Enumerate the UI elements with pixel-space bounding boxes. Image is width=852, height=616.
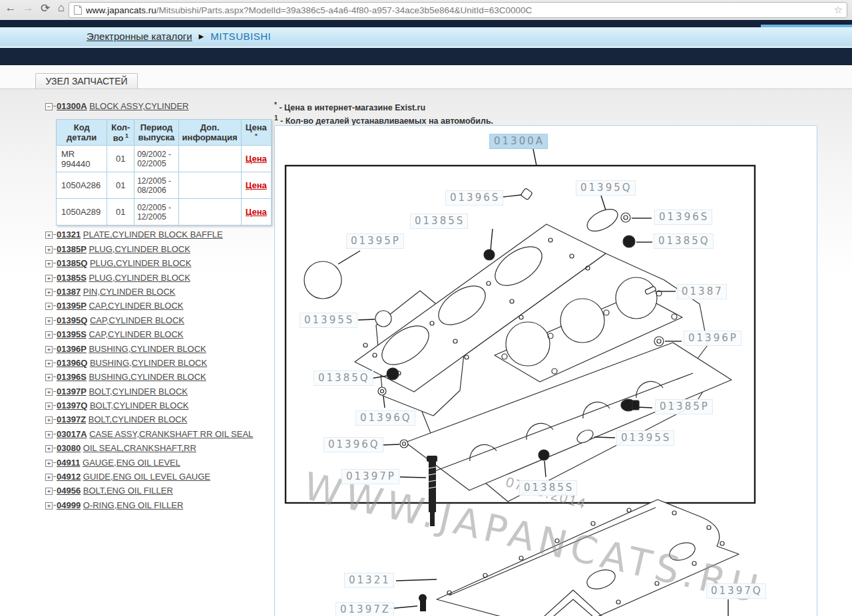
price-link[interactable]: Цена [246, 180, 267, 190]
diagram-label[interactable]: 01321 [344, 573, 394, 588]
diagram-label[interactable]: 01396P [684, 331, 742, 346]
diagram-label[interactable]: 01395S [300, 313, 357, 328]
tree-item-code[interactable]: 03017A [57, 429, 87, 439]
tree-item-name[interactable]: CAP,CYLINDER BLOCK [89, 301, 183, 311]
tree-item-name[interactable]: GAUGE,ENG OIL LEVEL [83, 458, 180, 468]
tree-item-code[interactable]: 01397P [57, 386, 87, 396]
back-button[interactable]: ← [3, 1, 19, 15]
diagram-label[interactable]: 01385Q [314, 371, 373, 386]
address-bar[interactable]: www.japancats.ru/Mitsubishi/Parts.aspx?M… [69, 2, 847, 18]
diagram-label[interactable]: 01395S [616, 430, 674, 446]
expand-icon[interactable]: + [45, 502, 53, 510]
tree-item-name[interactable]: CASE ASSY,CRANKSHAFT RR OIL SEAL [89, 429, 253, 439]
table-row: 1050A2890102/2005 - 12/2005Цена [57, 199, 272, 226]
tree-item-name[interactable]: PLUG,CYLINDER BLOCK [90, 258, 191, 268]
tree-item-name[interactable]: PLUG,CYLINDER BLOCK [89, 244, 190, 254]
tree-item-name[interactable]: PLATE,CYLINDER BLOCK BAFFLE [83, 230, 223, 239]
diagram-label[interactable]: 01385Q [654, 233, 714, 249]
expand-icon[interactable]: + [45, 275, 53, 282]
expand-icon[interactable]: + [45, 260, 53, 267]
refresh-button[interactable]: ⟳ [37, 1, 53, 15]
tree-item-code[interactable]: 01395S [57, 329, 87, 339]
diagram-label[interactable]: 01387 [677, 284, 727, 299]
tree-item-code[interactable]: 01387 [57, 287, 81, 297]
diagram-label-selected[interactable]: 01300A [489, 134, 548, 149]
expand-icon[interactable]: + [45, 331, 53, 339]
tree-node-code[interactable]: 01300A [57, 101, 87, 111]
tree-node-expanded[interactable]: −01300A BLOCK ASSY,CYLINDER [45, 101, 272, 115]
expand-icon[interactable]: + [45, 460, 53, 467]
tree-item-code[interactable]: 04999 [57, 500, 81, 510]
expand-icon[interactable]: + [45, 246, 53, 253]
tree-item-code[interactable]: 01395Q [57, 315, 87, 325]
expand-icon[interactable]: + [45, 360, 53, 367]
tree-item-code[interactable]: 04912 [57, 472, 81, 482]
tree-item-name[interactable]: CAP,CYLINDER BLOCK [90, 315, 184, 325]
expand-icon[interactable]: + [45, 474, 53, 481]
tree-item-name[interactable]: PIN,CYLINDER BLOCK [83, 287, 176, 297]
tree-item-name[interactable]: O-RING,ENG OIL FILLER [83, 500, 184, 510]
bookmark-star-icon[interactable]: ☆ [834, 4, 843, 16]
tree-item-name[interactable]: PLUG,CYLINDER BLOCK [89, 273, 190, 283]
expand-icon[interactable]: + [45, 416, 53, 424]
diagram-label[interactable]: 01385S [519, 480, 577, 496]
tree-node-name[interactable]: BLOCK ASSY,CYLINDER [89, 101, 188, 111]
diagram-label[interactable]: 01396S [445, 190, 503, 206]
tree-item-name[interactable]: BUSHING,CYLINDER BLOCK [89, 372, 206, 382]
url-text[interactable]: www.japancats.ru/Mitsubishi/Parts.aspx?M… [86, 5, 532, 15]
price-cell: Цена [241, 172, 271, 199]
tree-item-name[interactable]: GUIDE,ENG OIL LEVEL GAUGE [83, 472, 210, 482]
tree-item-name[interactable]: BOLT,CYLINDER BLOCK [90, 400, 189, 410]
tree-item-name[interactable]: BOLT,CYLINDER BLOCK [89, 386, 188, 396]
tree-item-code[interactable]: 04911 [57, 458, 80, 468]
diagram-label[interactable]: 01397Z [335, 602, 394, 616]
expand-icon[interactable]: + [45, 431, 53, 438]
tree-item-code[interactable]: 03080 [57, 443, 81, 453]
diagram-label[interactable]: 01397Q [706, 583, 766, 599]
expand-icon[interactable]: + [45, 317, 53, 325]
collapse-icon[interactable]: − [45, 103, 53, 110]
tree-item-name[interactable]: CAP,CYLINDER BLOCK [89, 329, 183, 339]
breadcrumb-brand[interactable]: MITSUBISHI [210, 31, 271, 42]
tree-item-code[interactable]: 01385P [57, 244, 87, 254]
home-button[interactable]: ⌂ [53, 1, 69, 15]
diagram-label[interactable]: 01396S [654, 210, 712, 225]
diagram-label[interactable]: 01385P [655, 399, 713, 414]
price-link[interactable]: Цена [246, 207, 267, 217]
breadcrumb-catalogs-link[interactable]: Электронные каталоги [87, 31, 192, 42]
expand-icon[interactable]: + [45, 231, 53, 239]
expand-icon[interactable]: + [45, 402, 53, 410]
price-link[interactable]: Цена [246, 154, 267, 164]
expand-icon[interactable]: + [45, 289, 53, 296]
expand-icon[interactable]: + [45, 303, 53, 310]
tree-item-code[interactable]: 01385S [57, 273, 87, 283]
tree-item-name[interactable]: BUSHING,CYLINDER BLOCK [90, 358, 207, 368]
expand-icon[interactable]: + [45, 488, 53, 495]
tree-item-name[interactable]: BUSHING,CYLINDER BLOCK [89, 344, 206, 354]
tree-item-code[interactable]: 01397Z [57, 414, 86, 424]
tree-item-code[interactable]: 04956 [57, 486, 81, 496]
tree-item-name[interactable]: OIL SEAL,CRANKSHAFT,RR [83, 443, 196, 453]
tree-item-code[interactable]: 01321 [57, 230, 81, 239]
tree-item-name[interactable]: BOLT,ENG OIL FILLER [83, 486, 173, 496]
url-path: /Mitsubishi/Parts.aspx?ModelId=39a386c5-… [156, 5, 532, 15]
expand-icon[interactable]: + [45, 445, 53, 452]
diagram-label[interactable]: 01395P [346, 233, 404, 249]
tab-parts-unit[interactable]: УЗЕЛ ЗАПЧАСТЕЙ [35, 73, 138, 88]
expand-icon[interactable]: + [45, 388, 53, 396]
diagram-label[interactable]: 01395Q [576, 180, 636, 196]
tree-item-name[interactable]: BOLT,CYLINDER BLOCK [89, 414, 188, 424]
diagram-label[interactable]: 01396Q [355, 410, 415, 426]
tree-item-code[interactable]: 01396S [57, 372, 87, 382]
diagram-label[interactable]: 01385S [410, 214, 468, 229]
forward-button[interactable]: → [20, 1, 36, 15]
tree-item-code[interactable]: 01395P [57, 301, 87, 311]
tree-item-code[interactable]: 01385Q [57, 258, 87, 268]
expand-icon[interactable]: + [45, 374, 53, 381]
diagram-label[interactable]: 01397P [341, 469, 399, 484]
diagram-label[interactable]: 01396Q [323, 437, 383, 452]
expand-icon[interactable]: + [45, 346, 53, 353]
tree-item-code[interactable]: 01397Q [57, 400, 87, 410]
tree-item-code[interactable]: 01396P [57, 344, 87, 354]
tree-item-code[interactable]: 01396Q [57, 358, 87, 368]
